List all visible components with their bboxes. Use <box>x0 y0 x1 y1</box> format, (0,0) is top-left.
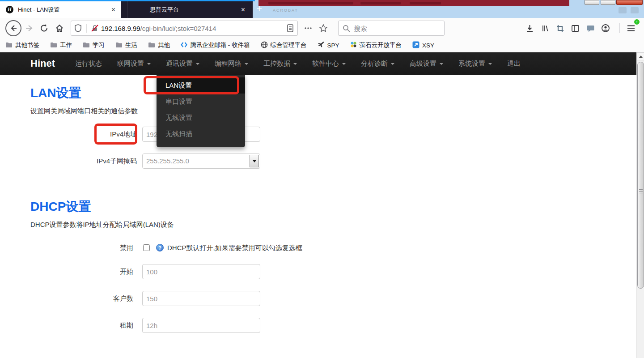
tab-close-icon[interactable]: × <box>106 6 121 14</box>
library-icon[interactable] <box>537 21 552 36</box>
browser-tab-strip: ACROBAT H Hinet - LAN设置 × 思普云平台 × + <box>0 0 644 18</box>
bookmark-item[interactable]: 其他书签 <box>5 41 39 49</box>
tab-sipu-cloud[interactable]: 思普云平台 × <box>127 1 250 18</box>
brand-logo[interactable]: Hinet <box>30 52 55 75</box>
tracking-shield-icon[interactable] <box>71 21 85 36</box>
bookmark-label: 腾讯企业邮箱 - 收件箱 <box>190 41 250 49</box>
tab-close-icon[interactable]: × <box>236 6 250 14</box>
nav-item[interactable]: 运行状态 <box>75 52 102 75</box>
page-scrollbar[interactable] <box>636 52 644 358</box>
bookmark-item[interactable]: 综合管理平台 <box>261 41 307 50</box>
lan-section-title: LAN设置 <box>30 85 81 102</box>
sidebar-icon[interactable] <box>568 21 583 36</box>
dhcp-section-subtitle: DHCP设置参数将IP地址分配给局域网(LAN)设备 <box>30 221 174 229</box>
bookmark-label: 工作 <box>60 41 72 49</box>
background-toolbar-icon <box>619 7 627 13</box>
back-button[interactable] <box>5 20 21 36</box>
bookmark-item[interactable]: XSY <box>412 41 434 50</box>
field-input[interactable] <box>142 318 260 333</box>
folder-icon <box>5 42 13 49</box>
caret-down-icon <box>440 63 443 65</box>
folder-icon <box>115 42 123 49</box>
nav-item-label: 编程网络 <box>215 60 242 67</box>
caret-down-icon <box>342 63 346 65</box>
background-toolbar-icon <box>631 7 639 13</box>
nav-item[interactable]: 系统设置 <box>458 52 492 75</box>
bookmark-item[interactable]: SPY <box>318 41 339 49</box>
bookmark-item[interactable]: 腾讯企业邮箱 - 收件箱 <box>181 41 250 49</box>
nav-item[interactable]: 软件中心 <box>312 52 346 75</box>
account-icon[interactable] <box>598 21 613 36</box>
tab-hinet-lan[interactable]: H Hinet - LAN设置 × <box>0 1 121 18</box>
menu-item[interactable]: 无线扫描 <box>157 126 245 142</box>
search-box[interactable] <box>338 21 445 36</box>
page-actions-icon[interactable] <box>301 21 316 36</box>
dhcp-disable-checkbox[interactable] <box>143 244 150 251</box>
nav-item[interactable]: 通讯设置 <box>166 52 199 75</box>
new-tab-button[interactable]: + <box>254 3 265 15</box>
reload-button[interactable] <box>37 21 52 36</box>
bookmark-item[interactable]: 生活 <box>115 41 137 49</box>
field-input[interactable] <box>142 291 260 306</box>
nav-item[interactable]: 高级设置 <box>410 52 443 75</box>
help-icon: ? <box>156 244 164 251</box>
reader-mode-icon[interactable] <box>283 21 297 36</box>
home-button[interactable] <box>52 21 67 36</box>
nav-item-label: 软件中心 <box>312 60 339 67</box>
background-window-titlebar <box>258 0 569 6</box>
nav-item-label: 工控数据 <box>263 60 290 67</box>
scrollbar-thumb[interactable] <box>637 62 644 289</box>
select-dropdown-button[interactable] <box>250 155 259 167</box>
divider <box>619 23 620 33</box>
search-input[interactable] <box>354 25 430 32</box>
site-nav-list: 运行状态联网设置通讯设置编程网络工控数据软件中心分析诊断高级设置系统设置退出 <box>75 52 521 75</box>
dhcp-section-title: DHCP设置 <box>30 198 91 215</box>
forward-button[interactable] <box>21 21 37 36</box>
folder-icon <box>148 42 155 49</box>
nav-item-label: 通讯设置 <box>166 60 193 67</box>
menu-item[interactable]: 无线设置 <box>157 110 245 126</box>
netmask-row: IPv4子网掩码 255.255.255.0 <box>0 153 313 169</box>
close-button[interactable] <box>616 0 643 5</box>
nav-item[interactable]: 退出 <box>507 52 521 75</box>
url-bar[interactable]: 192.168.9.99/cgi-bin/luci/;stok=027414 <box>71 21 298 36</box>
blurred-title-text <box>268 2 353 4</box>
caret-down-icon <box>293 63 297 65</box>
insecure-lock-icon[interactable] <box>89 21 101 36</box>
nav-item-label: 系统设置 <box>458 60 485 67</box>
caret-down-icon <box>488 63 492 65</box>
site-navbar: Hinet 运行状态联网设置通讯设置编程网络工控数据软件中心分析诊断高级设置系统… <box>0 52 644 75</box>
dhcp-disable-label: 禁用 <box>0 243 133 253</box>
bookmark-item[interactable]: 学习 <box>83 41 105 49</box>
netmask-select[interactable]: 255.255.255.0 <box>142 153 260 169</box>
nav-item[interactable]: 联网设置 <box>117 52 151 75</box>
menu-hamburger-icon[interactable]: ↑ <box>623 21 639 36</box>
bookmark-star-icon[interactable] <box>316 21 331 36</box>
bookmark-item[interactable]: 工作 <box>50 41 72 49</box>
scroll-up-button[interactable] <box>637 52 644 60</box>
download-icon[interactable] <box>522 21 537 36</box>
nav-item[interactable]: 工控数据 <box>263 52 297 75</box>
caret-down-icon <box>391 63 394 65</box>
background-window: ACROBAT <box>253 0 644 18</box>
bookmark-label: XSY <box>422 42 434 49</box>
bookmark-label: 其他 <box>158 41 170 49</box>
browser-toolbar: 192.168.9.99/cgi-bin/luci/;stok=027414 <box>0 18 644 38</box>
nav-item[interactable]: 分析诊断 <box>361 52 394 75</box>
site-favicon: H <box>6 6 13 13</box>
field-label: 客户数 <box>0 291 133 306</box>
minimize-button[interactable] <box>585 0 599 5</box>
plane-icon <box>318 41 325 49</box>
nav-item[interactable]: 编程网络 <box>215 52 248 75</box>
bookmark-item[interactable]: 其他 <box>148 41 170 49</box>
bookmarks-bar: 其他书签工作学习生活其他腾讯企业邮箱 - 收件箱综合管理平台SPY萤石云开放平台… <box>0 38 644 52</box>
screenshot-icon[interactable] <box>552 21 568 36</box>
field-input[interactable] <box>142 264 260 279</box>
menu-item[interactable]: 串口设置 <box>157 94 245 110</box>
maximize-button[interactable] <box>601 0 615 5</box>
page-viewport: Hinet 运行状态联网设置通讯设置编程网络工控数据软件中心分析诊断高级设置系统… <box>0 52 644 358</box>
bookmark-item[interactable]: 萤石云开放平台 <box>350 41 402 49</box>
arrow-square-icon <box>412 41 419 50</box>
tab-title: Hinet - LAN设置 <box>18 6 106 14</box>
chat-bubble-icon[interactable] <box>583 21 598 36</box>
